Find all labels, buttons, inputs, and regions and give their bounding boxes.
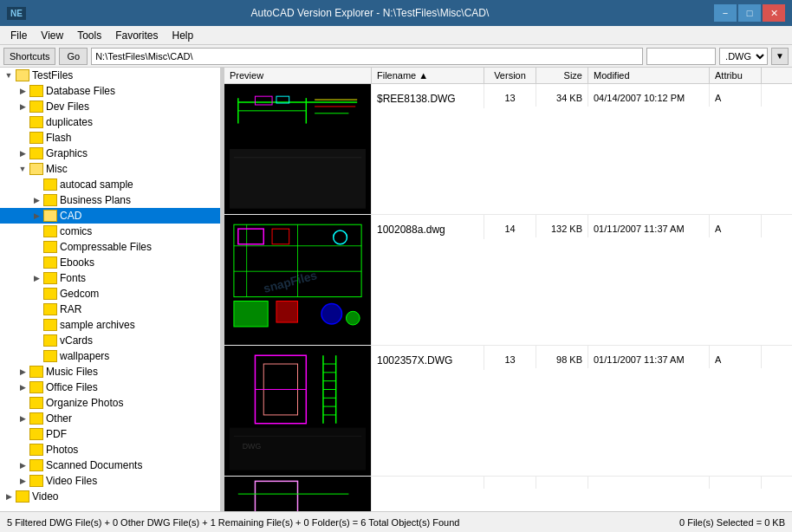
header-size[interactable]: Size [536, 68, 588, 83]
tree-toggle-other[interactable]: ▶ [16, 412, 29, 425]
table-row[interactable]: snapFiles 1002088a.dwg 14 132 KB 01/11/2… [224, 215, 792, 346]
status-left: 5 Filtered DWG File(s) + 0 Other DWG Fil… [7, 517, 459, 528]
header-preview[interactable]: Preview [224, 68, 372, 83]
ext-dropdown-button[interactable]: ▼ [771, 48, 789, 65]
modified-cell-2: 01/11/2007 11:37 AM [588, 215, 710, 237]
tree-item-other[interactable]: ▶ Other [0, 411, 220, 426]
extension-select[interactable]: .DWG .DXF .DWT [719, 48, 768, 65]
status-right: 0 File(s) Selected = 0 KB [679, 517, 785, 528]
tree-item-business-plans[interactable]: ▶ Business Plans [0, 192, 220, 208]
tree-item-video-files[interactable]: ▶ Video Files [0, 473, 220, 489]
tree-toggle-graphics[interactable]: ▶ [16, 146, 29, 160]
size-cell-3: 98 KB [536, 346, 588, 368]
maximize-button[interactable]: □ [738, 4, 761, 22]
tree-item-dev-files[interactable]: ▶ Dev Files [0, 99, 220, 114]
main-layout: ▼ TestFiles ▶ Database Files ▶ Dev Files… [0, 68, 792, 511]
address-input[interactable] [91, 48, 643, 65]
tree-label-dev-files: Dev Files [46, 101, 89, 113]
tree-item-cad[interactable]: ▶ CAD [0, 208, 220, 224]
tree-toggle-dev-files[interactable]: ▶ [16, 100, 29, 114]
folder-icon-sample-archives [43, 319, 57, 331]
tree-item-sample-archives[interactable]: sample archives [0, 317, 220, 333]
minimize-button[interactable]: − [714, 4, 737, 22]
menu-tools[interactable]: Tools [70, 28, 108, 43]
tree-label-business-plans: Business Plans [60, 194, 131, 206]
tree-item-office-files[interactable]: ▶ Office Files [0, 380, 220, 395]
tree-item-vcards[interactable]: vCards [0, 333, 220, 348]
menu-help[interactable]: Help [166, 28, 201, 43]
tree-item-comics[interactable]: comics [0, 224, 220, 239]
tree-label-music-files: Music Files [46, 366, 98, 378]
size-cell-1: 34 KB [536, 84, 588, 107]
menu-view[interactable]: View [34, 28, 70, 43]
tree-item-graphics[interactable]: ▶ Graphics [0, 146, 220, 161]
table-row[interactable]: $REE8138.DWG 13 34 KB 04/14/2007 10:12 P… [224, 84, 792, 215]
tree-item-autocad-sample[interactable]: autocad sample [0, 177, 220, 192]
preview-cell-2: snapFiles [224, 215, 372, 345]
tree-toggle-video-files[interactable]: ▶ [16, 474, 29, 488]
tree-item-gedcom[interactable]: Gedcom [0, 286, 220, 302]
tree-toggle-database-files[interactable]: ▶ [16, 84, 29, 98]
tree-item-testfiles[interactable]: ▼ TestFiles [0, 68, 220, 83]
folder-icon-organize-photos [29, 397, 43, 409]
attrib-cell-4 [710, 477, 762, 489]
tree-label-organize-photos: Organize Photos [46, 397, 123, 409]
tree-item-ebooks[interactable]: Ebooks [0, 255, 220, 270]
folder-icon-vcards [43, 334, 57, 347]
menu-favorites[interactable]: Favorites [108, 28, 165, 43]
tree-toggle-video[interactable]: ▶ [2, 490, 16, 503]
tree-label-fonts: Fonts [60, 272, 86, 284]
tree-item-database-files[interactable]: ▶ Database Files [0, 83, 220, 99]
header-attrib[interactable]: Attribu [710, 68, 762, 83]
tree-toggle-testfiles[interactable]: ▼ [2, 68, 16, 82]
attrib-cell-1: A [710, 84, 762, 107]
tree-item-rar[interactable]: RAR [0, 302, 220, 317]
tree-toggle-cad[interactable]: ▶ [29, 209, 43, 223]
svg-rect-10 [230, 149, 366, 209]
tree-item-wallpapers[interactable]: wallpapers [0, 348, 220, 364]
tree-label-video: Video [32, 490, 58, 503]
header-modified[interactable]: Modified [588, 68, 710, 83]
header-version[interactable]: Version [484, 68, 536, 83]
tree-label-compressable-files: Compressable Files [60, 241, 152, 253]
tree-toggle-fonts[interactable]: ▶ [29, 271, 43, 285]
tree-toggle-music-files[interactable]: ▶ [16, 365, 29, 379]
table-row[interactable] [224, 477, 792, 511]
tree-label-database-files: Database Files [46, 85, 115, 97]
tree-item-duplicates[interactable]: duplicates [0, 114, 220, 130]
tree-item-scanned-documents[interactable]: ▶ Scanned Documents [0, 457, 220, 473]
window-controls: − □ ✕ [714, 4, 785, 22]
tree-item-compressable-files[interactable]: Compressable Files [0, 239, 220, 255]
modified-cell-4 [588, 477, 710, 489]
tree-item-organize-photos[interactable]: Organize Photos [0, 395, 220, 411]
tree-item-fonts[interactable]: ▶ Fonts [0, 270, 220, 286]
close-button[interactable]: ✕ [763, 4, 785, 22]
tree-toggle-misc[interactable]: ▼ [16, 162, 29, 176]
tree-label-cad: CAD [60, 210, 81, 222]
tree-label-gedcom: Gedcom [60, 288, 99, 300]
tree-item-photos[interactable]: Photos [0, 442, 220, 457]
filter-input[interactable] [646, 48, 716, 65]
tree-item-misc[interactable]: ▼ Misc [0, 161, 220, 177]
header-filename[interactable]: Filename ▲ [372, 68, 484, 83]
tree-toggle-scanned-documents[interactable]: ▶ [16, 458, 29, 472]
menu-file[interactable]: File [3, 28, 34, 43]
table-row[interactable]: DWG 1002357X.DWG 13 98 KB 01/11/2007 11:… [224, 346, 792, 477]
tree-item-pdf[interactable]: PDF [0, 426, 220, 442]
folder-icon-video [16, 490, 29, 503]
tree-toggle-office-files[interactable]: ▶ [16, 380, 29, 394]
tree-toggle-ebooks [29, 256, 43, 269]
folder-icon-wallpapers [43, 350, 57, 362]
tree-toggle-pdf [16, 427, 29, 441]
tree-toggle-sample-archives [29, 318, 43, 332]
tree-toggle-business-plans[interactable]: ▶ [29, 193, 43, 207]
shortcuts-button[interactable]: Shortcuts [3, 48, 55, 65]
go-button[interactable]: Go [59, 48, 88, 65]
tree-item-music-files[interactable]: ▶ Music Files [0, 364, 220, 380]
version-cell-2: 14 [484, 215, 536, 237]
modified-cell-1: 04/14/2007 10:12 PM [588, 84, 710, 107]
filename-cell-1: $REE8138.DWG [372, 84, 484, 108]
tree-item-video[interactable]: ▶ Video [0, 489, 220, 504]
tree-toggle-flash [16, 131, 29, 145]
tree-item-flash[interactable]: Flash [0, 130, 220, 146]
